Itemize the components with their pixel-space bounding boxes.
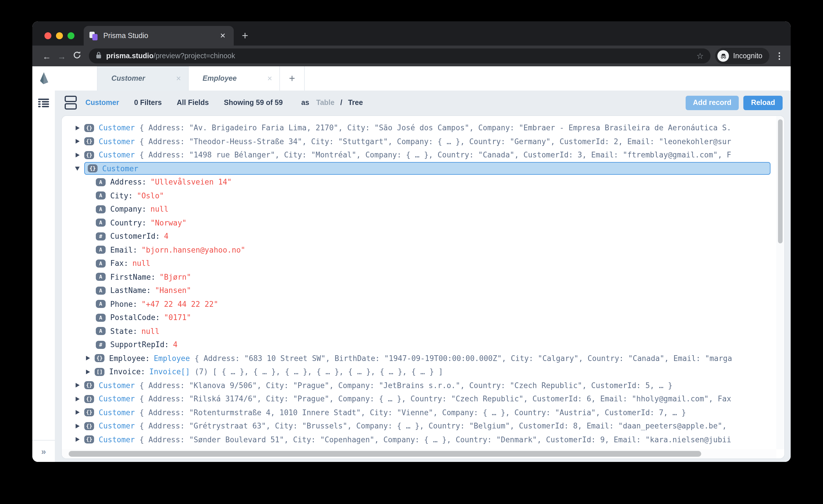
field-value[interactable]: null <box>141 327 160 336</box>
field-value[interactable]: null <box>150 205 169 214</box>
tree-row[interactable]: AState:null <box>62 324 776 338</box>
view-divider: / <box>340 98 342 107</box>
add-record-button[interactable]: Add record <box>685 95 739 110</box>
field-value[interactable]: "Bjørn" <box>160 273 191 281</box>
browser-toolbar: ← → prisma.studio /preview?project=chino… <box>32 45 791 66</box>
tree-row[interactable]: ALastName:"Hansen" <box>62 284 776 297</box>
tab-close-icon[interactable]: ✕ <box>175 73 182 83</box>
sidebar-toggle-button[interactable] <box>32 90 55 115</box>
field-value[interactable]: "Oslo" <box>137 192 164 200</box>
tree-row[interactable]: {}Customer{ Address: "Grétrystraat 63", … <box>62 419 776 433</box>
field-value[interactable]: 4 <box>173 340 178 349</box>
tab-employee[interactable]: Employee ✕ <box>189 66 280 90</box>
tab-customer[interactable]: Customer ✕ <box>97 66 189 90</box>
tree-row[interactable]: ACountry:"Norway" <box>62 216 776 230</box>
fields-button[interactable]: All Fields <box>177 98 209 107</box>
field-name: LastName: <box>110 286 151 295</box>
field-name: PostalCode: <box>110 313 160 322</box>
studio-tab-bar: Customer ✕ Employee ✕ + <box>32 66 791 90</box>
prisma-logo-icon <box>32 66 55 90</box>
expand-icon[interactable] <box>74 383 80 388</box>
showing-count: Showing 59 of 59 <box>224 98 283 107</box>
tree-row[interactable]: APhone:"+47 22 44 22 22" <box>62 297 776 311</box>
tree-row[interactable]: []Invoice:Invoice[](7) [ { … }, { … }, {… <box>62 365 776 379</box>
tree-row[interactable]: ACity:"Oslo" <box>62 189 776 202</box>
expand-icon[interactable] <box>74 153 80 158</box>
field-value[interactable]: 4 <box>164 232 169 241</box>
collapse-icon[interactable] <box>74 167 80 171</box>
model-name: Customer <box>99 395 135 404</box>
tree-row[interactable]: ACompany:null <box>62 202 776 216</box>
tree-row[interactable]: {}Customer{ Address: "Klanova 9/506", Ci… <box>62 379 776 392</box>
reload-icon[interactable] <box>69 51 84 61</box>
relation-name: Invoice: <box>109 367 145 376</box>
horizontal-scrollbar[interactable] <box>62 449 776 459</box>
field-value[interactable]: null <box>133 259 151 268</box>
selected-record-highlight[interactable]: {}Customer <box>84 162 771 175</box>
array-badge: [] <box>95 368 105 376</box>
field-value[interactable]: "Hansen" <box>155 286 191 295</box>
expand-icon[interactable] <box>74 437 80 442</box>
browser-menu-icon[interactable]: ⋮ <box>775 51 784 61</box>
tab-close-icon[interactable]: ✕ <box>266 73 274 83</box>
tree-row[interactable]: {}Employee:Employee{ Address: "683 10 St… <box>62 351 776 365</box>
filters-button[interactable]: 0 Filters <box>134 98 162 107</box>
expand-icon[interactable] <box>74 410 80 415</box>
tree-row[interactable]: {}Customer{ Address: "1498 rue Bélanger"… <box>62 148 776 162</box>
tree-row[interactable]: {}Customer{ Address: "Av. Brigadeiro Far… <box>62 121 776 135</box>
tree-row[interactable]: {}Customer <box>62 162 776 175</box>
expand-icon[interactable] <box>74 397 80 401</box>
tree-row[interactable]: #CustomerId:4 <box>62 230 776 243</box>
vertical-scrollbar-thumb[interactable] <box>778 119 783 243</box>
minimize-window-button[interactable] <box>56 32 63 39</box>
incognito-label: Incognito <box>733 52 763 60</box>
view-table-button[interactable]: Table <box>316 98 334 107</box>
field-value[interactable]: "+47 22 44 22 22" <box>141 300 218 308</box>
tree-row[interactable]: AEmail:"bjorn.hansen@yahoo.no" <box>62 243 776 257</box>
view-tree-button[interactable]: Tree <box>348 98 363 107</box>
forward-icon[interactable]: → <box>54 51 69 61</box>
tree-row[interactable]: APostalCode:"0171" <box>62 311 776 324</box>
tree-row[interactable]: AAddress:"Ullevålsveien 14" <box>62 175 776 189</box>
tree-row[interactable]: AFax:null <box>62 257 776 270</box>
field-name: Address: <box>110 178 146 187</box>
back-icon[interactable]: ← <box>39 51 54 61</box>
field-value[interactable]: "Norway" <box>150 219 186 227</box>
expand-icon[interactable] <box>85 369 91 374</box>
tree-row[interactable]: #SupportRepId:4 <box>62 338 776 351</box>
expand-icon[interactable] <box>85 356 91 361</box>
field-value[interactable]: "bjorn.hansen@yahoo.no" <box>141 246 245 254</box>
record-preview: { Address: "1498 rue Bélanger", City: "M… <box>139 151 731 160</box>
triangle-right-icon <box>75 437 79 442</box>
horizontal-scrollbar-thumb[interactable] <box>69 451 701 457</box>
field-value[interactable]: "Ullevålsveien 14" <box>150 178 232 187</box>
reload-button[interactable]: Reload <box>744 95 783 110</box>
model-name: Customer <box>102 164 138 173</box>
url-path: /preview?project=chinook <box>154 52 235 60</box>
tree-row[interactable]: AFirstName:"Bjørn" <box>62 270 776 284</box>
vertical-scrollbar[interactable] <box>776 116 784 449</box>
bookmark-star-icon[interactable]: ☆ <box>696 51 703 60</box>
tree-row[interactable]: {}Customer{ Address: "Theodor-Heuss-Stra… <box>62 135 776 148</box>
tree-row[interactable]: {}Customer{ Address: "Rotenturmstraße 4,… <box>62 406 776 419</box>
zoom-window-button[interactable] <box>67 32 74 39</box>
add-model-tab-button[interactable]: + <box>280 66 305 90</box>
expand-icon[interactable] <box>74 126 80 130</box>
relation-name: Employee: <box>109 354 150 363</box>
expand-icon[interactable] <box>74 424 80 429</box>
new-tab-button[interactable]: + <box>242 30 248 41</box>
tree-row[interactable]: {}Customer{ Address: "Sønder Boulevard 5… <box>62 433 776 446</box>
model-name: Customer <box>99 151 135 160</box>
triangle-right-icon <box>86 369 90 374</box>
expand-icon[interactable] <box>74 139 80 144</box>
close-window-button[interactable] <box>44 32 51 39</box>
field-value[interactable]: "0171" <box>164 313 191 322</box>
address-bar[interactable]: prisma.studio /preview?project=chinook ☆ <box>89 48 711 63</box>
tree-row[interactable]: {}Customer{ Address: "Rilská 3174/6", Ci… <box>62 392 776 406</box>
sidebar-collapse-button[interactable]: » <box>32 440 55 462</box>
browser-tab[interactable]: Prisma Studio ✕ <box>84 26 234 45</box>
string-badge: A <box>96 246 106 254</box>
tab-close-icon[interactable]: ✕ <box>217 31 228 41</box>
triangle-right-icon <box>75 410 79 415</box>
tab-label: Employee <box>202 74 266 82</box>
